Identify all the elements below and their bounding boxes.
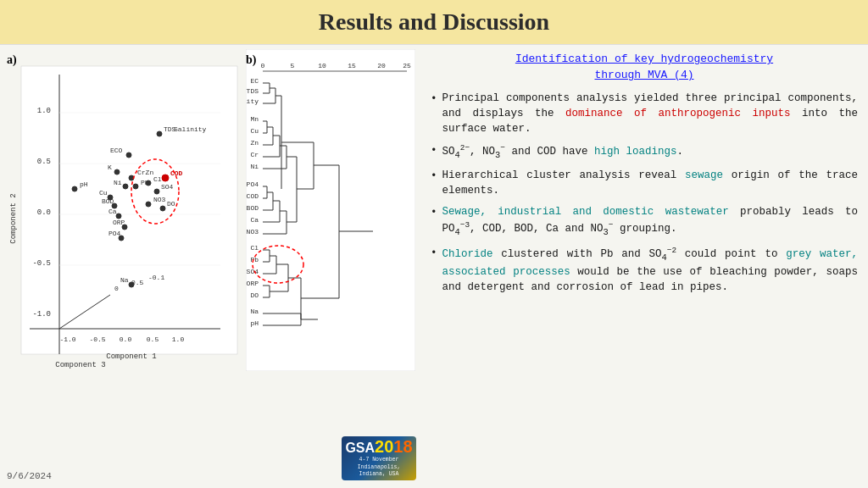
svg-point-59 — [129, 282, 134, 287]
svg-text:Ni: Ni — [250, 163, 259, 170]
3d-scatter-plot: a) 1.0 0.5 0.0 -0.5 -1.0 -1.0 -0.5 — [0, 49, 246, 380]
svg-text:0.5: 0.5 — [37, 158, 51, 166]
svg-text:Ni: Ni — [114, 179, 122, 186]
right-panel: Identification of key hydrogeochemistry … — [424, 45, 868, 485]
svg-text:0: 0 — [261, 62, 265, 69]
svg-text:Cl: Cl — [250, 244, 259, 252]
gsa-city: Indianapolis, Indiana, USA — [358, 464, 401, 477]
svg-point-31 — [114, 169, 120, 175]
left-panel: a) 1.0 0.5 0.0 -0.5 -1.0 -1.0 -0.5 — [0, 45, 424, 485]
dominance-highlight: dominance of anthropogenic inputs — [565, 108, 791, 119]
svg-text:PO4: PO4 — [247, 180, 259, 188]
svg-point-39 — [146, 180, 151, 186]
main-content: a) 1.0 0.5 0.0 -0.5 -1.0 -1.0 -0.5 — [0, 45, 868, 485]
svg-text:pH: pH — [80, 180, 88, 188]
svg-text:15: 15 — [348, 62, 356, 69]
bullet-1-text: Principal components analysis yielded th… — [442, 91, 858, 136]
svg-text:-0.5: -0.5 — [89, 336, 105, 343]
svg-text:pH: pH — [250, 319, 259, 327]
svg-text:1.0: 1.0 — [37, 107, 51, 115]
svg-text:25: 25 — [403, 62, 411, 69]
svg-text:Salinity: Salinity — [246, 97, 259, 105]
svg-text:COD: COD — [247, 192, 259, 200]
plot-b-svg: 0 5 10 15 20 25 EC TDS Salinity Mn Cu — [246, 49, 415, 371]
sewage-highlight-1: sewage — [685, 169, 723, 181]
svg-text:Salinity: Salinity — [174, 125, 207, 133]
svg-text:Zn: Zn — [250, 139, 259, 147]
svg-text:TDS: TDS — [247, 87, 259, 95]
svg-text:Ca: Ca — [108, 208, 117, 215]
svg-text:EC: EC — [250, 77, 259, 85]
plot-b-label: b) — [246, 53, 256, 67]
svg-text:Na: Na — [250, 308, 259, 315]
chloride-highlight: Chloride — [442, 248, 493, 260]
svg-text:Cu: Cu — [99, 189, 108, 197]
plot-a-svg: 1.0 0.5 0.0 -0.5 -1.0 -1.0 -0.5 0.0 0.5 … — [0, 49, 242, 371]
svg-text:DO: DO — [250, 291, 259, 299]
svg-point-26 — [157, 131, 162, 136]
svg-text:Cr: Cr — [250, 151, 259, 158]
bottom-bar: 9/6/2024 GSA 20 18 4-7 November Indianap… — [0, 435, 424, 481]
bullet-5: Chloride clustered with Pb and SO4−2 cou… — [431, 245, 858, 295]
bullet-5-text: Chloride clustered with Pb and SO4−2 cou… — [442, 245, 858, 295]
bullet-2: SO42−, NO3− and COD have high loadings. — [431, 142, 858, 162]
svg-point-49 — [146, 202, 151, 207]
gsa-logo: GSA 20 18 4-7 November Indianapolis, Ind… — [341, 435, 417, 481]
plot-a-label: a) — [7, 53, 17, 67]
svg-point-41 — [162, 175, 169, 181]
svg-text:SO4: SO4 — [161, 183, 174, 191]
svg-text:DO: DO — [167, 200, 175, 208]
svg-text:Cu: Cu — [250, 127, 259, 135]
svg-point-45 — [154, 189, 159, 194]
svg-text:ORP: ORP — [247, 280, 259, 287]
bullet-4: Sewage, industrial and domestic wastewat… — [431, 204, 858, 239]
bullet-3-text: Hierarchical cluster analysis reveal sew… — [442, 168, 858, 198]
dendrogram-plot: b) 0 5 10 15 20 25 EC TDS Salinity — [246, 49, 415, 380]
page-header: Results and Discussion — [0, 0, 868, 45]
svg-text:-1.0: -1.0 — [32, 310, 51, 319]
svg-point-51 — [160, 206, 165, 211]
svg-text:K: K — [108, 164, 112, 171]
svg-text:NO3: NO3 — [247, 228, 259, 236]
svg-text:BOD: BOD — [247, 204, 259, 212]
date-label: 9/6/2024 — [7, 471, 52, 481]
svg-text:Mn: Mn — [250, 115, 259, 123]
svg-text:NO3: NO3 — [153, 196, 166, 203]
high-loadings-highlight: high loadings — [594, 146, 677, 158]
svg-point-29 — [126, 152, 131, 158]
svg-text:PO4: PO4 — [108, 230, 121, 237]
svg-rect-0 — [21, 66, 237, 354]
svg-text:1.0: 1.0 — [172, 336, 185, 343]
gsa-dates: 4-7 November — [359, 457, 399, 463]
svg-point-37 — [133, 184, 138, 189]
svg-point-35 — [123, 184, 128, 189]
svg-text:SO4: SO4 — [247, 268, 259, 275]
svg-text:Component 1: Component 1 — [106, 352, 156, 361]
svg-text:-0.5: -0.5 — [32, 259, 51, 268]
svg-text:-1.0: -1.0 — [59, 336, 75, 343]
svg-point-24 — [72, 186, 77, 191]
svg-text:0.0: 0.0 — [37, 208, 51, 217]
bullet-4-text: Sewage, industrial and domestic wastewat… — [442, 204, 858, 239]
sewage-highlight-2: Sewage, industrial and domestic wastewat… — [442, 206, 729, 218]
svg-text:20: 20 — [377, 62, 386, 69]
bullet-1: Principal components analysis yielded th… — [431, 91, 858, 136]
svg-text:10: 10 — [318, 62, 326, 69]
svg-text:0.5: 0.5 — [147, 336, 159, 343]
svg-text:0: 0 — [114, 285, 119, 292]
bullet-2-text: SO42−, NO3− and COD have high loadings. — [442, 142, 683, 162]
svg-text:Component 2: Component 2 — [9, 193, 18, 243]
svg-text:0.0: 0.0 — [120, 336, 132, 343]
bullet-list: Principal components analysis yielded th… — [431, 91, 858, 295]
svg-text:BOD: BOD — [102, 197, 114, 205]
section-title: Identification of key hydrogeochemistry … — [431, 52, 858, 84]
svg-text:5: 5 — [291, 62, 295, 69]
svg-text:ECO: ECO — [110, 147, 123, 154]
bullet-3: Hierarchical cluster analysis reveal sew… — [431, 168, 858, 198]
svg-text:Na: Na — [120, 276, 129, 284]
svg-text:Ca: Ca — [250, 216, 259, 224]
svg-text:CrZn: CrZn — [137, 169, 153, 176]
svg-text:ORP: ORP — [113, 219, 125, 226]
svg-text:Pb: Pb — [250, 256, 259, 263]
page-title: Results and Discussion — [0, 8, 868, 36]
